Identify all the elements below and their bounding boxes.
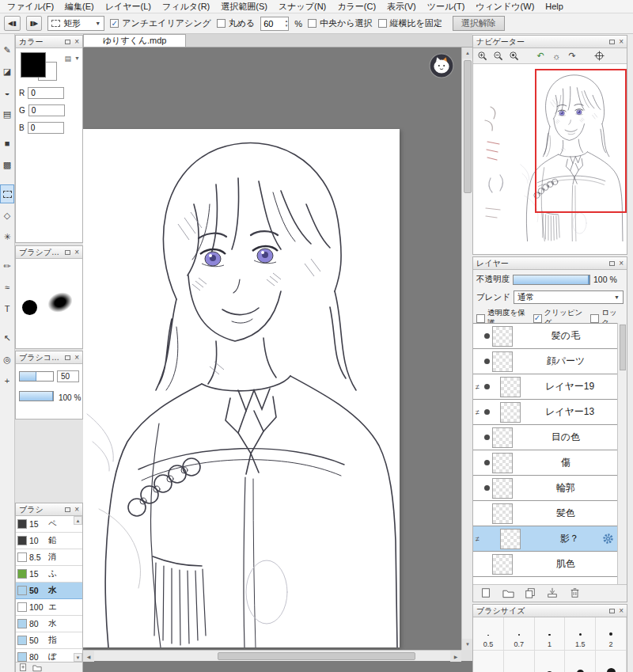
menu-window[interactable]: ウィンドウ(W)	[470, 0, 540, 13]
brush-size-option[interactable]	[473, 651, 504, 672]
layer-row[interactable]: 輪郭	[473, 476, 619, 501]
select-shape-dropdown[interactable]: 矩形 ▼	[47, 16, 104, 31]
magic-wand-tool[interactable]: ✳	[0, 227, 14, 246]
brush-row[interactable]: 80 ぼ	[16, 649, 82, 662]
fixed-ratio-checkbox[interactable]	[378, 19, 387, 28]
lock-checkbox[interactable]	[590, 314, 599, 323]
lasso-tool[interactable]: ◇	[0, 206, 14, 225]
menu-color[interactable]: カラー(C)	[332, 0, 381, 13]
green-input[interactable]	[28, 104, 65, 116]
color-panel-titlebar[interactable]: カラー ×	[16, 36, 82, 48]
layer-row[interactable]: 顔パーツ	[473, 349, 619, 374]
brush-size-slider[interactable]	[19, 371, 54, 382]
visibility-toggle[interactable]	[481, 485, 492, 491]
reset-rotation-button[interactable]: ☼	[549, 49, 563, 63]
navigator-titlebar[interactable]: ナビゲーター ×	[473, 36, 627, 48]
layer-row[interactable]: 髪色	[473, 501, 619, 526]
step-forward-button[interactable]: ▮▶	[26, 16, 43, 31]
round-corner-checkbox[interactable]	[217, 19, 226, 28]
brush-size-option[interactable]: 0.5	[473, 617, 504, 651]
scroll-down-icon[interactable]: ▼	[74, 653, 82, 662]
close-icon[interactable]: ×	[74, 249, 79, 256]
layers-titlebar[interactable]: レイヤー ×	[473, 257, 627, 270]
new-folder-button[interactable]	[500, 586, 516, 600]
view-rectangle[interactable]	[535, 69, 627, 213]
layer-row[interactable]: 肌色	[473, 552, 619, 577]
close-icon[interactable]: ×	[619, 260, 624, 268]
add-brush-icon[interactable]	[19, 663, 28, 672]
close-icon[interactable]: ×	[74, 354, 79, 362]
brush-preview-titlebar[interactable]: ブラシプ… ×	[16, 246, 82, 259]
menu-snap[interactable]: スナップ(N)	[273, 0, 332, 13]
zoom-out-button[interactable]	[491, 49, 505, 63]
layer-row[interactable]: 髪の毛	[473, 324, 619, 349]
menu-file[interactable]: ファイル(F)	[2, 0, 59, 13]
eraser-tool[interactable]: ◪	[0, 62, 14, 81]
float-panel-icon[interactable]	[65, 355, 70, 360]
brush-size-option[interactable]	[504, 651, 535, 672]
vertical-scroll-thumb[interactable]	[464, 60, 472, 193]
brush-row[interactable]: 10 鉛	[16, 533, 82, 549]
rotate-cw-button[interactable]: ↷	[565, 49, 579, 63]
layer-scroll-thumb[interactable]	[620, 325, 626, 370]
layer-list-scrollbar[interactable]	[617, 323, 627, 586]
brush-size-option[interactable]: 1	[535, 617, 566, 651]
brush-size-option[interactable]	[535, 651, 566, 672]
merge-layer-button[interactable]	[544, 586, 560, 600]
brush-row[interactable]: 15 ペ	[16, 516, 82, 533]
float-panel-icon[interactable]	[609, 40, 615, 44]
canvas-viewport[interactable]: ▲ ▼ ◀ ▶	[83, 47, 472, 672]
pen-tool[interactable]: ✎	[0, 40, 14, 59]
scroll-up-icon[interactable]: ▲	[462, 47, 472, 59]
float-panel-icon[interactable]	[65, 507, 70, 512]
brush-row[interactable]: 50 指	[16, 632, 82, 649]
brush-size-option[interactable]: 0.7	[504, 617, 535, 651]
smudge-tool[interactable]: ≈	[0, 278, 14, 297]
text-tool[interactable]: T	[0, 299, 14, 318]
visibility-toggle[interactable]	[481, 460, 492, 465]
float-panel-icon[interactable]	[609, 261, 615, 266]
opacity-slider[interactable]	[513, 275, 590, 285]
menu-filter[interactable]: フィルタ(R)	[157, 0, 215, 13]
brush-control-titlebar[interactable]: ブラシコ… ×	[16, 351, 82, 364]
brush-row-selected[interactable]: 50 水	[16, 583, 82, 599]
bucket-tool[interactable]: ◒	[0, 83, 14, 102]
brush-row[interactable]: 80 水	[16, 616, 82, 632]
visibility-toggle[interactable]	[481, 333, 492, 339]
scroll-up-icon[interactable]: ▲	[74, 516, 82, 525]
hand-tool[interactable]: +	[0, 371, 14, 390]
brush-size-option[interactable]: 2	[596, 617, 627, 651]
select-rect-tool[interactable]	[0, 184, 14, 203]
layer-row-selected[interactable]: ≠ 影？	[473, 526, 619, 552]
blue-input[interactable]	[28, 122, 64, 134]
palette-icon[interactable]: ▤	[64, 55, 71, 63]
rotate-ccw-button[interactable]: ↶	[533, 49, 548, 63]
clipping-checkbox[interactable]: ✓	[533, 314, 542, 323]
brush-row[interactable]: 15 ふ	[16, 566, 82, 583]
canvas-artboard[interactable]	[83, 129, 400, 647]
float-panel-icon[interactable]	[65, 250, 70, 255]
brush-size-option[interactable]: 1.5	[565, 617, 596, 651]
move-tool[interactable]: ↖	[0, 328, 14, 347]
brush-tool[interactable]: ✏	[0, 256, 14, 275]
close-icon[interactable]: ×	[619, 38, 624, 46]
foreground-color-swatch[interactable]	[21, 52, 46, 78]
scroll-down-icon[interactable]: ▼	[462, 639, 472, 650]
scroll-left-icon[interactable]: ◀	[83, 651, 94, 662]
menu-edit[interactable]: 編集(E)	[59, 0, 100, 13]
vertical-scrollbar[interactable]: ▲ ▼	[461, 47, 472, 650]
brush-row[interactable]: 8.5 消	[16, 549, 82, 566]
menu-tool[interactable]: ツール(T)	[422, 0, 471, 13]
deselect-button[interactable]: 選択解除	[453, 16, 505, 31]
zoom-in-button[interactable]	[475, 49, 489, 63]
red-input[interactable]	[28, 87, 64, 99]
scroll-right-icon[interactable]: ▶	[450, 651, 461, 662]
layer-row[interactable]: ≠ レイヤー19	[473, 374, 619, 400]
float-panel-icon[interactable]	[65, 40, 70, 44]
zoom-fit-button[interactable]	[506, 49, 521, 63]
visibility-toggle[interactable]	[481, 409, 492, 415]
eyedropper-tool[interactable]: ◎	[0, 350, 14, 369]
menu-select[interactable]: 選択範囲(S)	[215, 0, 273, 13]
menu-view[interactable]: 表示(V)	[381, 0, 422, 13]
new-layer-button[interactable]	[478, 586, 494, 600]
